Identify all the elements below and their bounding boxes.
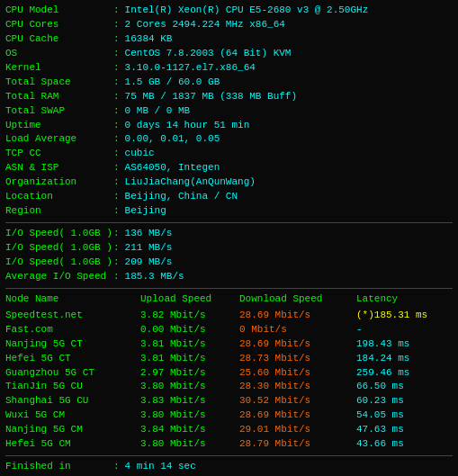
speedtest-latency: 47.63 ms [356,423,446,437]
info-value: Beijing, China / CN [125,190,238,204]
info-separator: : [113,190,120,204]
info-separator: : [113,90,120,104]
speedtest-node: Nanjing 5G CT [5,337,140,352]
speedtest-header-cell: Latency [356,292,446,307]
info-label: Organization [5,175,113,190]
io-section: I/O Speed( 1.0GB ): 136 MB/sI/O Speed( 1… [5,227,453,284]
info-value: LiuJiaChang(AnQunWang) [125,175,256,190]
speedtest-download: 28.73 Mbit/s [239,352,356,366]
io-row: I/O Speed( 1.0GB ): 211 MB/s [5,241,453,256]
info-label: OS [5,47,113,61]
speedtest-section: Node NameUpload SpeedDownload SpeedLaten… [5,292,453,452]
info-value: Beijing [125,204,166,219]
speedtest-row: Speedtest.net3.82 Mbit/s28.69 Mbit/s(*)1… [5,309,453,323]
speedtest-download: 29.01 Mbit/s [239,423,356,437]
io-value: 211 MB/s [125,241,173,256]
info-label: CPU Cores [5,18,113,32]
info-value: 0 MB / 0 MB [125,104,191,119]
speedtest-row: Nanjing 5G CM3.84 Mbit/s29.01 Mbit/s47.6… [5,423,453,437]
speedtest-download: 30.52 Mbit/s [239,394,356,409]
info-separator: : [113,32,120,47]
info-label: Location [5,190,113,204]
info-separator: : [113,119,120,133]
speedtest-node: TianJin 5G CU [5,380,140,394]
speedtest-download: 28.69 Mbit/s [239,337,356,352]
finished-value: 4 min 14 sec [125,460,196,474]
io-separator: : [113,241,120,256]
sysinfo-row: TCP CC: cubic [5,147,453,161]
info-separator: : [113,161,120,175]
speedtest-upload: 2.97 Mbit/s [140,366,239,381]
speedtest-node: Hefei 5G CM [5,437,140,452]
info-label: Total Space [5,76,113,90]
info-value: 2 Cores 2494.224 MHz x86_64 [125,18,285,32]
info-value: 1.5 GB / 60.0 GB [125,76,220,90]
sysinfo-row: CPU Model: Intel(R) Xeon(R) CPU E5-2680 … [5,4,453,18]
speedtest-upload: 3.80 Mbit/s [140,380,239,394]
info-value: 3.10.0-1127.el7.x86_64 [125,61,256,76]
sysinfo-row: Total SWAP: 0 MB / 0 MB [5,104,453,119]
info-label: Kernel [5,61,113,76]
info-separator: : [113,47,120,61]
info-label: Total SWAP [5,104,113,119]
io-row: I/O Speed( 1.0GB ): 136 MB/s [5,227,453,241]
speedtest-row: Hefei 5G CT3.81 Mbit/s28.73 Mbit/s184.24… [5,352,453,366]
divider-3 [5,455,453,456]
speedtest-upload: 3.81 Mbit/s [140,337,239,352]
speedtest-header-cell: Node Name [5,292,140,307]
sysinfo-row: Organization: LiuJiaChang(AnQunWang) [5,175,453,190]
info-value: 0 days 14 hour 51 min [125,119,250,133]
speedtest-latency: 198.43 ms [356,337,446,352]
speedtest-header-cell: Upload Speed [140,292,239,307]
info-label: ASN & ISP [5,161,113,175]
io-separator: : [113,227,120,241]
info-value: 16384 KB [125,32,173,47]
speedtest-header: Node NameUpload SpeedDownload SpeedLaten… [5,292,453,307]
sysinfo-row: Region: Beijing [5,204,453,219]
speedtest-upload: 3.83 Mbit/s [140,394,239,409]
speedtest-upload: 3.81 Mbit/s [140,352,239,366]
speedtest-latency: 54.05 ms [356,409,446,423]
finished-label: Finished in [5,460,113,474]
sysinfo-row: Kernel: 3.10.0-1127.el7.x86_64 [5,61,453,76]
speedtest-latency: (*)185.31 ms [356,309,446,323]
io-row: I/O Speed( 1.0GB ): 209 MB/s [5,256,453,270]
io-separator: : [113,270,120,284]
finished-line: Finished in: 4 min 14 sec [5,460,453,474]
sysinfo-row: Total RAM: 75 MB / 1837 MB (338 MB Buff) [5,90,453,104]
speedtest-download: 28.79 Mbit/s [239,437,356,452]
io-row: Average I/O Speed: 185.3 MB/s [5,270,453,284]
finished-separator: : [113,460,120,474]
speedtest-download: 25.60 Mbit/s [239,366,356,381]
sysinfo-row: CPU Cores: 2 Cores 2494.224 MHz x86_64 [5,18,453,32]
sysinfo-row: Total Space: 1.5 GB / 60.0 GB [5,76,453,90]
info-separator: : [113,4,120,18]
speedtest-node: Nanjing 5G CM [5,423,140,437]
speedtest-upload: 3.80 Mbit/s [140,409,239,423]
speedtest-download: 0 Mbit/s [239,323,356,337]
speedtest-upload: 0.00 Mbit/s [140,323,239,337]
speedtest-download: 28.30 Mbit/s [239,380,356,394]
speedtest-upload: 3.82 Mbit/s [140,309,239,323]
speedtest-header-cell: Download Speed [239,292,356,307]
speedtest-latency: 66.50 ms [356,380,446,394]
finished-row: Finished in: 4 min 14 sec [5,460,453,474]
io-label: Average I/O Speed [5,270,113,284]
sysinfo-row: Load Average: 0.00, 0.01, 0.05 [5,132,453,147]
info-separator: : [113,61,120,76]
io-value: 209 MB/s [125,256,173,270]
sysinfo-row: CPU Cache: 16384 KB [5,32,453,47]
divider-2 [5,288,453,289]
speedtest-node: Fast.com [5,323,140,337]
sysinfo-row: OS: CentOS 7.8.2003 (64 Bit) KVM [5,47,453,61]
speedtest-upload: 3.84 Mbit/s [140,423,239,437]
sysinfo-section: CPU Model: Intel(R) Xeon(R) CPU E5-2680 … [5,4,453,219]
info-separator: : [113,18,120,32]
info-value: 75 MB / 1837 MB (338 MB Buff) [125,90,297,104]
info-label: Total RAM [5,90,113,104]
speedtest-download: 28.69 Mbit/s [239,309,356,323]
info-separator: : [113,147,120,161]
info-label: Region [5,204,113,219]
speedtest-row: Guangzhou 5G CT2.97 Mbit/s25.60 Mbit/s25… [5,366,453,381]
io-label: I/O Speed( 1.0GB ) [5,227,113,241]
